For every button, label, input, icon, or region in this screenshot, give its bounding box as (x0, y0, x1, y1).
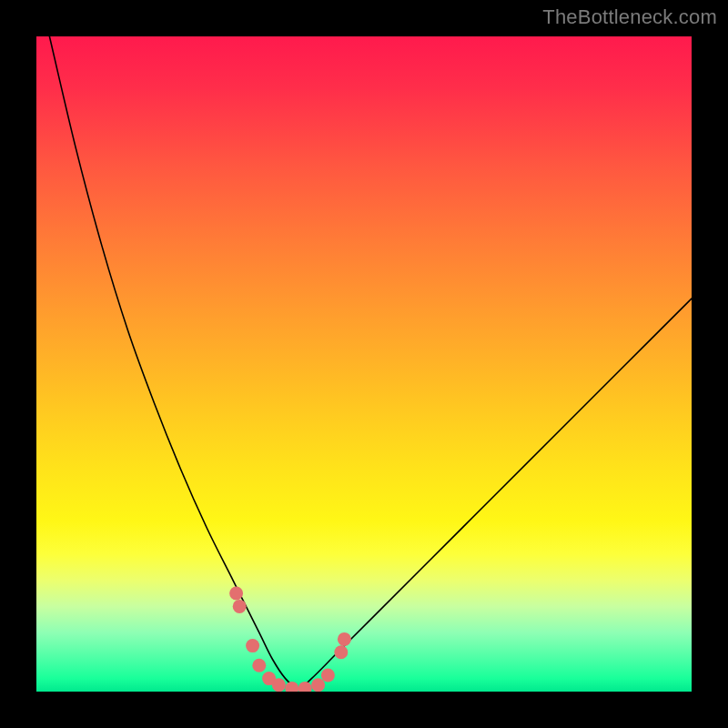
curve-marker (246, 639, 259, 652)
curve-svg (36, 36, 692, 692)
curve-markers (229, 587, 351, 693)
curve-marker (229, 587, 243, 601)
watermark-text: TheBottleneck.com (542, 5, 717, 29)
curve-marker (285, 682, 298, 692)
curve-marker (338, 632, 351, 646)
curve-marker (321, 669, 335, 682)
plot-area (36, 36, 692, 692)
curve-marker (233, 600, 247, 613)
bottleneck-curve (49, 36, 692, 688)
curve-marker (298, 682, 312, 692)
chart-frame: TheBottleneck.com (0, 0, 728, 728)
curve-marker (334, 645, 348, 659)
curve-marker (272, 678, 286, 692)
curve-marker (311, 678, 325, 692)
curve-marker (252, 659, 266, 672)
